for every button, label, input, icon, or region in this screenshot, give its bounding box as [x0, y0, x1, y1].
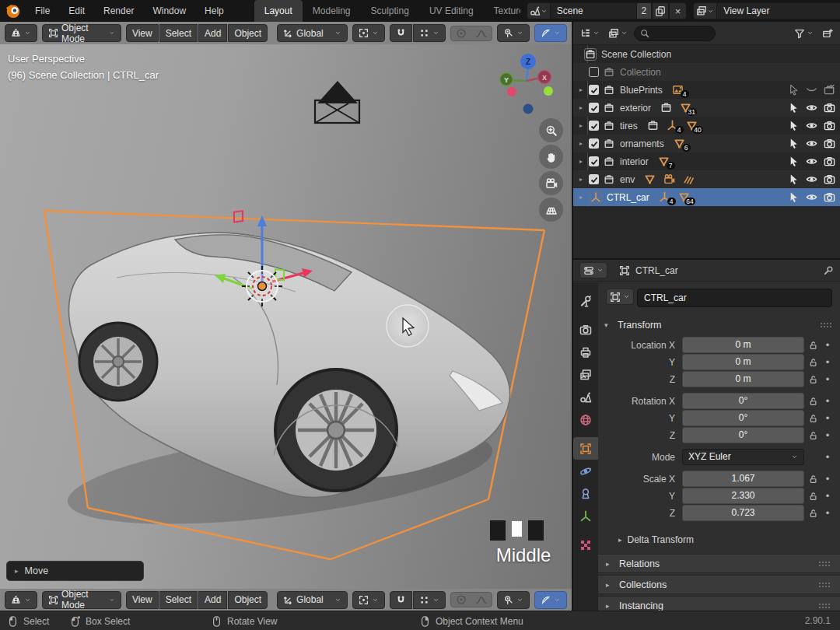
show-overlays-toggle[interactable]	[534, 591, 567, 609]
workspace-tab-modeling[interactable]: Modeling	[303, 0, 361, 22]
expand-triangle-icon[interactable]: ▸	[579, 158, 587, 165]
outliner-row-tires[interactable]: ▸ tires 4 40	[573, 117, 840, 135]
animate-dot[interactable]: •	[821, 490, 834, 502]
proportional-falloff-dropdown[interactable]	[471, 26, 492, 40]
animate-dot[interactable]: •	[821, 507, 834, 519]
lock-icon[interactable]	[804, 413, 821, 423]
location-y-field[interactable]: 0 m	[682, 354, 804, 370]
3d-viewport[interactable]: Z X Y User Perspective (96) Scene Collec…	[0, 44, 572, 589]
tab-render[interactable]	[573, 318, 598, 341]
collection-checkbox[interactable]	[589, 174, 599, 184]
camera-view-button[interactable]	[539, 171, 563, 195]
snap-settings-dropdown[interactable]	[413, 24, 446, 42]
disable-render-icon[interactable]	[824, 191, 835, 203]
editor-type-dropdown[interactable]	[5, 24, 37, 42]
menu-add[interactable]: Add	[198, 24, 227, 42]
expand-triangle-icon[interactable]: ▸	[579, 194, 587, 201]
location-z-field[interactable]: 0 m	[682, 371, 804, 387]
object-name-field[interactable]: CTRL_car	[637, 289, 832, 307]
drag-grip-icon[interactable]	[818, 602, 832, 610]
expand-triangle-icon[interactable]: ▸	[579, 86, 587, 93]
snap-settings-dropdown[interactable]	[413, 591, 446, 609]
tab-tool[interactable]	[573, 289, 598, 312]
drag-grip-icon[interactable]	[818, 560, 832, 568]
animate-dot[interactable]: •	[821, 395, 834, 407]
proportional-falloff-dropdown[interactable]	[471, 593, 492, 607]
transform-orientation-dropdown[interactable]: Global	[277, 591, 348, 609]
show-gizmo-dropdown[interactable]	[497, 24, 530, 42]
object-id-dropdown[interactable]	[606, 289, 634, 305]
disable-render-icon[interactable]	[824, 173, 835, 185]
rotation-mode-dropdown[interactable]: XYZ Euler	[682, 449, 804, 465]
collection-checkbox[interactable]	[589, 156, 599, 166]
hide-viewport-icon[interactable]	[806, 84, 817, 96]
rotation-z-field[interactable]: 0°	[682, 427, 804, 443]
relations-panel-header[interactable]: ▸ Relations	[598, 554, 840, 573]
collection-checkbox[interactable]	[589, 67, 599, 77]
tab-world[interactable]	[573, 408, 598, 431]
proportional-editing-toggle[interactable]	[451, 26, 471, 40]
outliner-row-collection[interactable]: Collection	[573, 63, 840, 81]
lock-icon[interactable]	[804, 396, 821, 406]
scale-y-field[interactable]: 2.330	[682, 488, 804, 504]
outliner-row-ornaments[interactable]: ▸ ornaments 6	[573, 135, 840, 152]
collection-checkbox[interactable]	[589, 103, 599, 113]
rotation-y-field[interactable]: 0°	[682, 410, 804, 426]
lock-icon[interactable]	[804, 430, 821, 440]
view-layer-name-field[interactable]: View Layer	[717, 2, 840, 19]
location-x-field[interactable]: 0 m	[682, 337, 804, 353]
disable-render-icon[interactable]	[824, 138, 835, 149]
menu-view[interactable]: View	[126, 24, 159, 42]
scale-x-field[interactable]: 1.067	[682, 471, 804, 487]
animate-dot[interactable]: •	[821, 412, 834, 424]
animate-dot[interactable]: •	[821, 356, 834, 368]
drag-grip-icon[interactable]	[818, 581, 832, 589]
operator-panel[interactable]: ▸ Move	[6, 561, 144, 581]
editor-type-dropdown[interactable]	[5, 591, 37, 609]
scale-z-field[interactable]: 0.723	[682, 505, 804, 521]
disable-render-icon[interactable]	[824, 102, 835, 114]
collection-checkbox[interactable]	[589, 85, 599, 95]
lock-icon[interactable]	[804, 491, 821, 501]
tab-texture[interactable]	[573, 534, 598, 556]
new-collection-button[interactable]	[820, 26, 835, 40]
menu-window[interactable]: Window	[144, 0, 194, 22]
animate-dot[interactable]: •	[821, 339, 834, 351]
scene-name-field[interactable]: Scene	[551, 2, 636, 19]
nav-axis-neg-z[interactable]	[523, 104, 534, 114]
tab-object[interactable]	[573, 437, 598, 460]
nav-axis-y[interactable]: Y	[504, 76, 509, 84]
selectable-icon[interactable]	[788, 173, 800, 185]
proportional-editing-toggle[interactable]	[451, 593, 471, 607]
nav-axis-neg-y[interactable]	[544, 86, 553, 96]
scene-unlink-button[interactable]: ×	[669, 2, 688, 19]
scene-browse-button[interactable]	[527, 2, 551, 19]
navigation-gizmo[interactable]: Z X Y	[500, 54, 554, 114]
transform-orientation-dropdown[interactable]: Global	[277, 24, 348, 42]
menu-edit[interactable]: Edit	[60, 0, 93, 22]
outliner-row-env[interactable]: ▸ env	[573, 170, 840, 188]
hide-viewport-icon[interactable]	[806, 120, 817, 131]
collection-checkbox[interactable]	[589, 138, 599, 149]
pivot-point-dropdown[interactable]	[352, 591, 385, 609]
ortho-toggle-button[interactable]	[539, 198, 563, 222]
expand-triangle-icon[interactable]: ▸	[579, 122, 587, 129]
pivot-point-dropdown[interactable]	[352, 24, 385, 42]
menu-object[interactable]: Object	[228, 24, 268, 42]
expand-triangle-icon[interactable]: ▸	[579, 140, 587, 147]
menu-select[interactable]: Select	[159, 24, 198, 42]
selectable-icon[interactable]	[788, 102, 800, 114]
transform-panel-header[interactable]: ▾ Transform	[604, 315, 834, 335]
lock-icon[interactable]	[804, 474, 821, 484]
car-model[interactable]	[69, 233, 510, 497]
selectable-icon[interactable]	[788, 156, 800, 167]
outliner-row-scene-collection[interactable]: Scene Collection	[573, 45, 840, 63]
blender-logo-icon[interactable]	[5, 2, 22, 19]
selectable-icon[interactable]	[788, 84, 800, 96]
workspace-tab-uv-editing[interactable]: UV Editing	[419, 0, 484, 22]
tab-physics[interactable]	[573, 460, 598, 482]
outliner-row-interior[interactable]: ▸ interior 7	[573, 152, 840, 170]
menu-select[interactable]: Select	[159, 591, 198, 609]
rotation-x-field[interactable]: 0°	[682, 393, 804, 409]
hide-viewport-icon[interactable]	[806, 173, 817, 185]
